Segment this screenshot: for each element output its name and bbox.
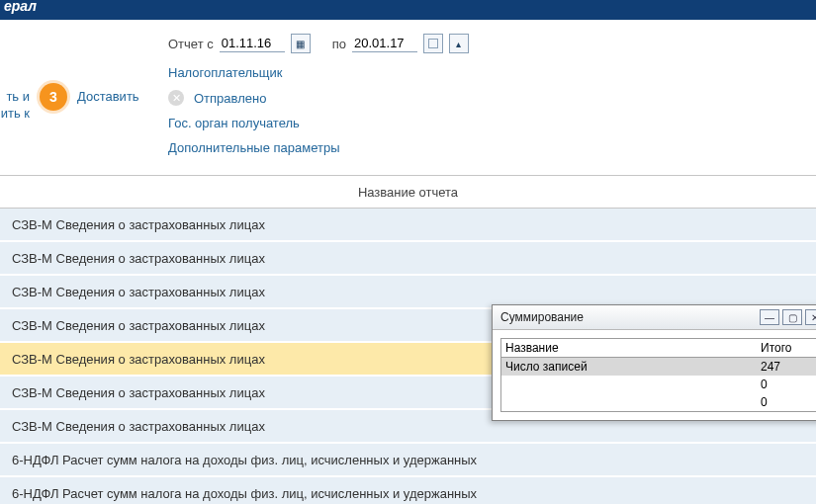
brand-fragment: ерал xyxy=(4,0,37,14)
report-row-title: 6-НДФЛ Расчет сумм налога на доходы физ.… xyxy=(12,453,477,467)
calendar-icon[interactable]: ▦ xyxy=(291,34,311,53)
left-cut-line2: ить к xyxy=(0,105,30,122)
wizard-step: 3 Доставить xyxy=(30,34,168,165)
sum-row-value: 0 xyxy=(761,378,816,391)
report-row[interactable]: 6-НДФЛ Расчет сумм налога на доходы физ.… xyxy=(0,477,816,504)
summation-window[interactable]: Суммирование — ▢ ✕ Название Итого Число … xyxy=(492,304,816,421)
param-extra[interactable]: Дополнительные параметры xyxy=(168,140,816,155)
param-taxpayer-label: Налогоплательщик xyxy=(168,65,282,80)
param-taxpayer[interactable]: Налогоплательщик xyxy=(168,65,816,80)
sum-row-value: 0 xyxy=(761,395,816,409)
report-row-title: СЗВ-М Сведения о застрахованных лицах xyxy=(12,217,265,232)
left-cut-line1: ть и xyxy=(0,88,30,105)
sum-col-name: Название xyxy=(501,341,761,355)
report-row-title: СЗВ-М Сведения о застрахованных лицах xyxy=(12,419,265,434)
sum-row-value: 247 xyxy=(761,360,816,374)
step-number-badge: 3 xyxy=(40,83,67,111)
maximize-icon[interactable]: ▢ xyxy=(782,309,802,325)
sum-row[interactable]: Число записей247 xyxy=(501,358,816,376)
sum-row[interactable]: 0 xyxy=(501,393,816,411)
param-gov-body-label: Гос. орган получатель xyxy=(168,116,300,130)
report-row-title: СЗВ-М Сведения о застрахованных лицах xyxy=(12,285,265,299)
param-sent[interactable]: ✕ Отправлено xyxy=(168,90,816,106)
report-row-title: СЗВ-М Сведения о застрахованных лицах xyxy=(12,352,265,367)
date-to-input[interactable] xyxy=(352,35,417,52)
step-label[interactable]: Доставить xyxy=(77,83,139,111)
filter-panel: ть и ить к 3 Доставить Отчет с ▦ по ▴ На… xyxy=(0,20,816,175)
date-to-label: по xyxy=(332,37,346,51)
report-table-header: Название отчета xyxy=(0,175,816,209)
date-from-input[interactable] xyxy=(220,35,285,52)
param-sent-label: Отправлено xyxy=(194,91,266,106)
window-title: Суммирование xyxy=(500,310,757,324)
close-icon[interactable]: ✕ xyxy=(805,309,816,325)
sum-row[interactable]: 0 xyxy=(501,376,816,393)
report-row-title: СЗВ-М Сведения о застрахованных лицах xyxy=(12,318,265,333)
expand-up-icon[interactable]: ▴ xyxy=(449,34,469,53)
minimize-icon[interactable]: — xyxy=(760,309,779,325)
window-body: Название Итого Число записей24700 xyxy=(493,330,816,420)
parameters-column: Отчет с ▦ по ▴ Налогоплательщик ✕ Отправ… xyxy=(168,34,816,165)
report-row[interactable]: 6-НДФЛ Расчет сумм налога на доходы физ.… xyxy=(0,444,816,477)
left-cut-text: ть и ить к xyxy=(0,34,30,165)
sum-header-row: Название Итого xyxy=(501,339,816,358)
date-from-label: Отчет с xyxy=(168,37,214,51)
window-titlebar[interactable]: Суммирование — ▢ ✕ xyxy=(493,305,816,330)
col-report-name: Название отчета xyxy=(358,185,458,200)
report-row[interactable]: СЗВ-М Сведения о застрахованных лицах xyxy=(0,242,816,276)
app-top-bar: ерал xyxy=(0,0,816,20)
sum-col-total: Итого xyxy=(761,341,816,355)
report-row[interactable]: СЗВ-М Сведения о застрахованных лицах xyxy=(0,209,816,242)
param-extra-label: Дополнительные параметры xyxy=(168,140,340,155)
summation-grid: Название Итого Число записей24700 xyxy=(500,338,816,412)
param-gov-body[interactable]: Гос. орган получатель xyxy=(168,116,816,130)
report-row-title: СЗВ-М Сведения о застрахованных лицах xyxy=(12,251,265,266)
report-row-title: СЗВ-М Сведения о застрахованных лицах xyxy=(12,385,265,400)
date-range-row: Отчет с ▦ по ▴ xyxy=(168,34,816,53)
sum-row-name: Число записей xyxy=(501,360,761,374)
calendar-icon[interactable] xyxy=(423,34,443,53)
clear-icon[interactable]: ✕ xyxy=(168,90,184,106)
report-row-title: 6-НДФЛ Расчет сумм налога на доходы физ.… xyxy=(12,486,477,501)
